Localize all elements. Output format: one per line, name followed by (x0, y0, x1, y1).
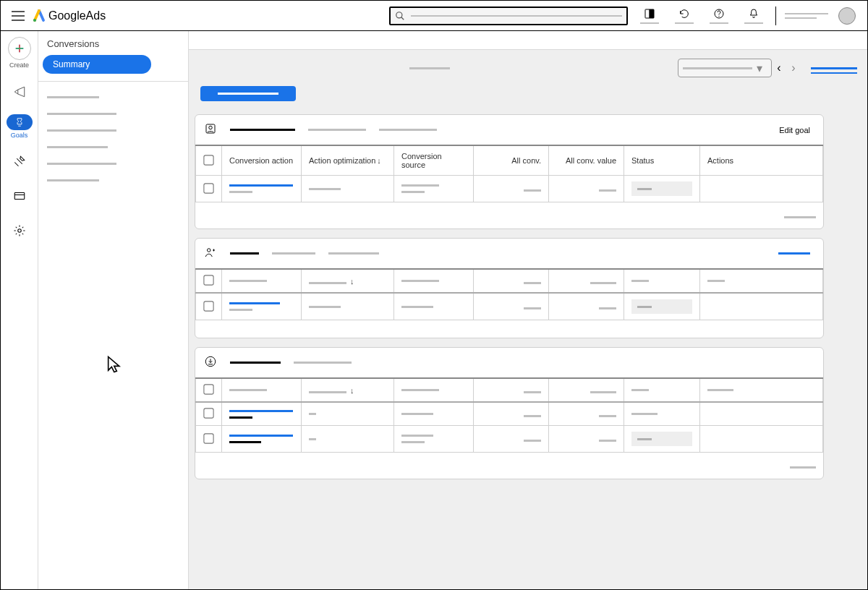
date-next-button[interactable]: › (786, 61, 801, 75)
col-status[interactable]: Status (624, 145, 700, 176)
svg-rect-3 (649, 9, 654, 18)
search-icon (395, 11, 405, 21)
sort-desc-icon: ↓ (350, 277, 354, 286)
svg-point-0 (33, 18, 36, 21)
breadcrumb: Conversions (38, 31, 188, 54)
select-all-checkbox[interactable] (203, 275, 213, 285)
cursor-icon (105, 354, 125, 377)
row-checkbox[interactable] (203, 183, 213, 193)
card-tab[interactable] (379, 129, 437, 131)
appearance-icon[interactable] (634, 3, 665, 29)
edit-goal-link[interactable] (778, 252, 810, 255)
tools-nav[interactable] (4, 144, 35, 179)
col-conversion-source[interactable]: Conversion source (394, 145, 474, 176)
google-ads-logo-icon (33, 9, 46, 22)
billing-nav[interactable] (4, 179, 35, 213)
svg-point-7 (17, 229, 21, 233)
download-goal-icon (204, 355, 217, 370)
date-prev-button[interactable]: ‹ (772, 61, 786, 75)
account-label[interactable] (785, 13, 828, 19)
table-row (196, 426, 823, 453)
col-actions[interactable]: Actions (700, 145, 823, 176)
conversion-action-link[interactable] (229, 410, 293, 412)
table-row (196, 293, 823, 320)
row-checkbox[interactable] (203, 408, 213, 418)
card-tab[interactable] (328, 252, 379, 255)
sidebar-item[interactable] (47, 96, 99, 98)
sidebar-item[interactable] (47, 179, 99, 181)
svg-point-5 (718, 15, 719, 16)
col-action-optimization[interactable]: Action optimization↓ (302, 145, 394, 176)
goals-nav[interactable]: Goals (4, 109, 35, 144)
admin-nav[interactable] (4, 213, 35, 248)
new-conversion-action-button[interactable] (200, 86, 296, 101)
sort-desc-icon: ↓ (377, 156, 381, 165)
sidebar-item[interactable] (47, 163, 116, 165)
edit-goal-link[interactable]: Edit goal (779, 126, 810, 134)
svg-point-1 (396, 12, 402, 17)
scope-label (409, 67, 450, 69)
help-icon[interactable] (703, 3, 735, 29)
select-all-checkbox[interactable] (203, 384, 213, 394)
sidebar-item[interactable] (47, 146, 108, 148)
svg-point-10 (208, 249, 211, 252)
card-tab[interactable] (308, 129, 366, 131)
card-tab[interactable] (230, 362, 281, 364)
card-tab[interactable] (294, 362, 352, 364)
notifications-icon[interactable] (738, 3, 770, 29)
campaigns-nav[interactable] (4, 74, 35, 109)
sort-desc-icon: ↓ (350, 386, 354, 395)
col-all-conv-value[interactable]: All conv. value (549, 145, 624, 176)
product-name-b: Ads (86, 9, 106, 22)
table-row (196, 176, 823, 202)
search-input[interactable] (389, 7, 628, 25)
col-all-conv[interactable]: All conv. (474, 145, 549, 176)
svg-point-9 (209, 126, 213, 129)
col-conversion-action[interactable]: Conversion action (222, 145, 302, 176)
product-logo[interactable]: Google Ads (33, 9, 106, 22)
table-footer-link[interactable] (784, 216, 816, 218)
sidebar-item[interactable] (47, 113, 116, 115)
leads-goal-icon (204, 246, 217, 261)
status-chip (631, 299, 692, 314)
create-button[interactable]: Create (4, 35, 35, 70)
conversion-action-link[interactable] (229, 302, 280, 304)
goal-card: ↓ (195, 347, 824, 479)
table-footer-link[interactable] (790, 466, 816, 469)
conversion-action-link[interactable] (229, 184, 293, 187)
status-chip (631, 432, 692, 446)
user-avatar[interactable] (838, 7, 856, 25)
hamburger-icon[interactable] (7, 4, 30, 27)
card-tab[interactable] (230, 252, 259, 255)
purchase-goal-icon (204, 122, 217, 137)
status-chip (631, 181, 692, 196)
card-tab[interactable] (230, 129, 295, 131)
dropdown-caret-icon: ▾ (752, 61, 767, 75)
goal-card: ↓ (195, 238, 824, 338)
row-checkbox[interactable] (203, 433, 213, 443)
goal-card: Edit goal Conversion action Action optim… (195, 114, 824, 229)
product-name-a: Google (48, 9, 86, 22)
svg-rect-6 (14, 193, 25, 200)
compare-link[interactable] (811, 67, 857, 69)
card-tab[interactable] (272, 252, 315, 255)
date-range-picker[interactable]: ▾ (678, 59, 772, 77)
refresh-icon[interactable] (668, 3, 700, 29)
row-checkbox[interactable] (203, 301, 213, 311)
select-all-checkbox[interactable] (203, 155, 213, 165)
sidebar-item-summary[interactable]: Summary (43, 55, 151, 74)
conversion-action-link[interactable] (229, 435, 293, 437)
sidebar-item[interactable] (47, 129, 116, 132)
table-row (196, 402, 823, 426)
